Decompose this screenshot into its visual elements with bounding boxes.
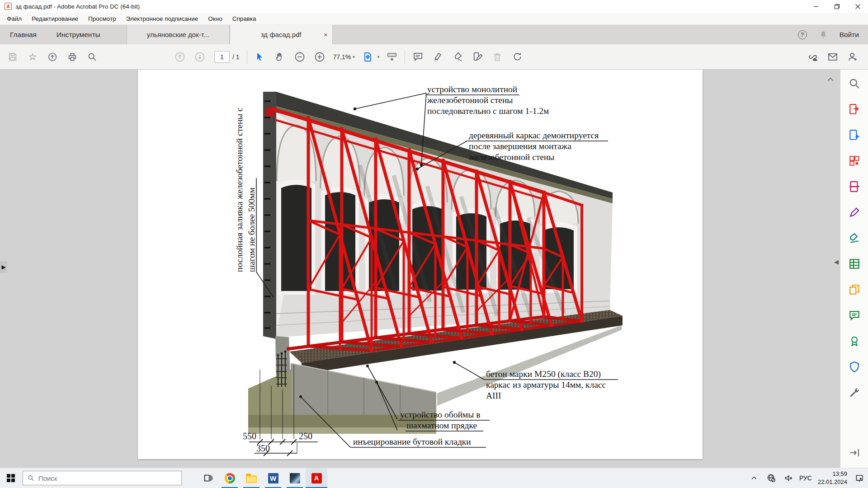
fit-page-caret-icon[interactable]: ▾: [377, 55, 380, 59]
menu-bar: Файл Редактирование Просмотр Электронное…: [0, 13, 868, 25]
zoom-level-value[interactable]: 77,1%: [333, 53, 351, 61]
bell-icon[interactable]: [819, 30, 828, 39]
toolbar-panel-icon[interactable]: [382, 48, 402, 66]
create-pdf-icon[interactable]: [848, 128, 861, 142]
tab-tools[interactable]: Инструменты: [47, 25, 110, 44]
page-down-icon[interactable]: [190, 48, 210, 66]
scroll-up-icon[interactable]: [827, 75, 834, 83]
menu-window[interactable]: Окно: [203, 13, 227, 24]
search-input[interactable]: [38, 474, 177, 482]
star-icon[interactable]: ☆: [23, 48, 42, 66]
document-canvas: устройство монолитной железобетонной сте…: [0, 70, 840, 468]
windows-taskbar: W A РУС 13:59 22.01.2024: [0, 468, 868, 488]
annotation-injection: инъецирование бутовой кладки: [353, 437, 471, 446]
action-center-icon[interactable]: [851, 468, 868, 488]
search-icon[interactable]: [82, 48, 102, 66]
help-icon[interactable]: ?: [798, 30, 807, 39]
annotation-concrete: бетон марки М250 (класс В20): [486, 369, 601, 379]
select-tool-icon[interactable]: [250, 48, 270, 66]
tray-expand-icon[interactable]: [745, 468, 763, 488]
taskbar-word[interactable]: W: [262, 468, 284, 488]
facade-drawing: устройство монолитной железобетонной сте…: [138, 70, 703, 459]
comment-icon[interactable]: [408, 48, 428, 66]
share-link-icon[interactable]: [803, 48, 823, 66]
search-tool-icon[interactable]: [848, 77, 861, 90]
combine-files-icon[interactable]: [848, 283, 861, 296]
hand-tool-icon[interactable]: [270, 48, 290, 66]
highlight-icon[interactable]: [428, 48, 448, 66]
taskbar-acrobat[interactable]: A: [306, 468, 327, 488]
date-value: 22.01.2024: [818, 478, 847, 486]
page-number-input[interactable]: 1: [214, 51, 230, 63]
zoom-out-icon[interactable]: [290, 48, 310, 66]
print-icon[interactable]: [62, 48, 82, 66]
email-icon[interactable]: [823, 48, 843, 66]
network-globe-icon[interactable]: [763, 468, 780, 488]
time-value: 13:59: [818, 470, 847, 478]
doc-tab-ulyanovsk[interactable]: ульяновские док-т...: [127, 25, 230, 44]
tab-bar: Главная Инструменты ульяновские док-т...…: [0, 25, 868, 44]
tab-home[interactable]: Главная: [0, 25, 47, 44]
share-icon[interactable]: [42, 48, 62, 66]
fit-page-icon[interactable]: [358, 48, 377, 66]
zoom-in-icon[interactable]: [310, 48, 330, 66]
refresh-icon[interactable]: [507, 48, 527, 66]
minimize-button[interactable]: [806, 0, 826, 13]
menu-edit[interactable]: Редактирование: [27, 13, 83, 24]
close-button[interactable]: [847, 0, 868, 13]
windows-logo-icon: [7, 474, 15, 482]
dimension-350: 350: [256, 443, 270, 453]
language-indicator[interactable]: РУС: [797, 468, 814, 488]
restore-button[interactable]: [826, 0, 847, 13]
sign-in-button[interactable]: Войти: [840, 31, 859, 39]
tools-rail: [840, 70, 868, 468]
sign-pen-icon[interactable]: [448, 48, 467, 66]
taskbar-chrome[interactable]: [219, 468, 241, 488]
request-signatures-icon[interactable]: [848, 231, 861, 245]
taskbar-explorer[interactable]: [241, 468, 262, 488]
zoom-caret-icon[interactable]: ▾: [353, 55, 355, 59]
task-view-button[interactable]: [197, 468, 219, 488]
organize-pages-icon[interactable]: [848, 154, 861, 168]
comment-tool-icon[interactable]: [848, 309, 861, 322]
word-icon: W: [268, 473, 278, 483]
search-glass-icon: [28, 474, 34, 482]
more-tools-icon[interactable]: [848, 386, 861, 399]
tools-panel-collapse-icon[interactable]: ◀: [834, 258, 839, 265]
concrete-wall-end: [263, 92, 276, 339]
annotation-vertical: послойная заливка железобетонной стены с: [235, 108, 244, 272]
fill-sign-icon[interactable]: [467, 48, 487, 66]
acrobat-icon: A: [311, 473, 322, 483]
task-view-icon: [203, 473, 213, 483]
taskbar-photos[interactable]: [284, 468, 306, 488]
tab-close-icon[interactable]: ×: [324, 31, 328, 38]
acrobat-file-icon: A: [5, 3, 12, 10]
export-excel-icon[interactable]: [848, 257, 861, 271]
start-button[interactable]: [0, 468, 22, 488]
export-pdf-icon[interactable]: [848, 103, 861, 116]
doc-tab-facade[interactable]: зд фасад.pdf ×: [230, 25, 333, 44]
svg-text:шахматном прядке: шахматном прядке: [406, 421, 477, 430]
menu-file[interactable]: Файл: [2, 13, 27, 24]
pdf-page: устройство монолитной железобетонной сте…: [138, 70, 703, 459]
edit-pdf-icon[interactable]: [848, 206, 861, 219]
svg-text:железобетонной стены: железобетонной стены: [468, 152, 554, 162]
photos-icon: [290, 473, 300, 483]
certificates-icon[interactable]: [848, 334, 861, 348]
nav-pane-expand-icon[interactable]: ▶: [0, 261, 7, 273]
page-up-icon[interactable]: [170, 48, 190, 66]
dimension-250: 250: [299, 431, 312, 441]
window-title: зд фасад.pdf - Adobe Acrobat Pro DC (64-…: [15, 3, 140, 10]
expand-panel-icon[interactable]: [848, 446, 861, 460]
volume-muted-icon[interactable]: [780, 468, 797, 488]
taskbar-clock[interactable]: 13:59 22.01.2024: [814, 470, 851, 486]
menu-view[interactable]: Просмотр: [83, 13, 121, 24]
taskbar-search[interactable]: [23, 471, 182, 485]
profile-add-icon[interactable]: [843, 48, 863, 66]
menu-help[interactable]: Справка: [227, 13, 261, 24]
menu-esign[interactable]: Электронное подписание: [121, 13, 203, 24]
scan-ocr-icon[interactable]: [848, 180, 861, 193]
protect-icon[interactable]: [848, 360, 861, 374]
delete-icon[interactable]: [487, 48, 507, 66]
save-icon[interactable]: [3, 48, 23, 66]
